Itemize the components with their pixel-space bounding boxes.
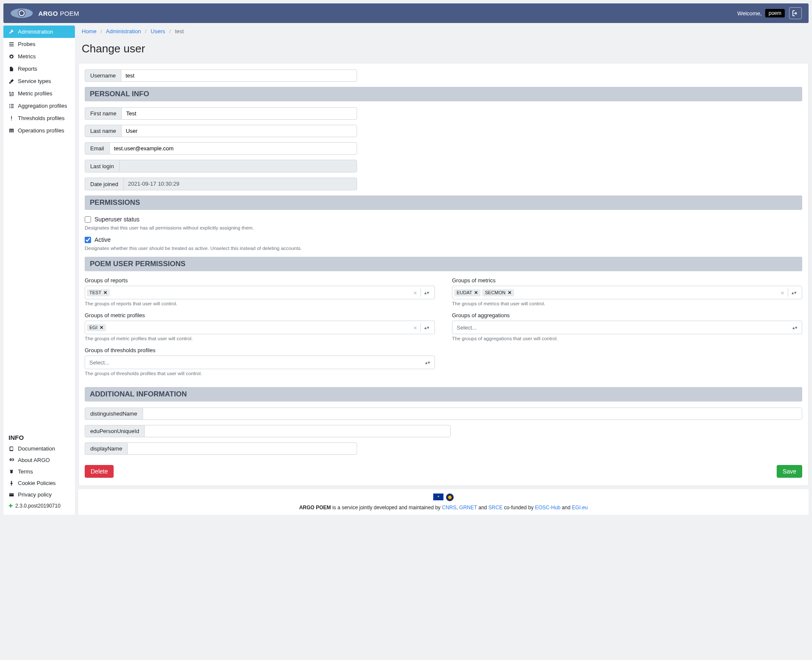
last-name-label: Last name [85, 125, 121, 137]
footer-link-grnet[interactable]: GRNET [459, 505, 477, 511]
remove-chip-icon[interactable]: ✕ [474, 290, 478, 296]
edu-input[interactable] [144, 425, 451, 437]
sidebar-item-label: Metric profiles [18, 90, 52, 97]
sidebar-item-probes[interactable]: Probes [3, 38, 75, 50]
footer-link-eosc[interactable]: EOSC-Hub [535, 505, 560, 511]
sidebar-item-administration[interactable]: Administration [3, 26, 75, 38]
remove-chip-icon[interactable]: ✕ [103, 290, 107, 296]
save-button[interactable]: Save [777, 465, 802, 478]
book-icon [9, 446, 14, 452]
footer-link-egi[interactable]: EGI.eu [572, 505, 588, 511]
superuser-label: Superuser status [94, 216, 140, 223]
footer: ARGO POEM is a service jointly developed… [78, 489, 809, 515]
footer-link-cnrs[interactable]: CNRS [442, 505, 456, 511]
sidebar-item-thresholds-profiles[interactable]: Thresholds profiles [3, 112, 75, 124]
sidebar-item-metric-profiles[interactable]: Metric profiles [3, 87, 75, 100]
groups-aggregations-label: Groups of aggregations [452, 312, 802, 319]
info-item-cookie-policies[interactable]: Cookie Policies [3, 477, 75, 489]
footer-link-srce[interactable]: SRCE [489, 505, 503, 511]
info-item-terms[interactable]: Terms [3, 466, 75, 477]
info-item-privacy-policy[interactable]: Privacy policy [3, 489, 75, 500]
info-item-about-argo[interactable]: About ARGO [3, 454, 75, 466]
clear-icon[interactable]: × [777, 289, 788, 296]
breadcrumb-administration[interactable]: Administration [106, 28, 141, 34]
date-joined-value: 2021-09-17 10:30:29 [123, 178, 357, 190]
display-label: displayName [85, 442, 127, 455]
breadcrumb-users[interactable]: Users [151, 28, 165, 34]
chevron-updown-icon: ▴▾ [425, 360, 430, 365]
breadcrumb: Home / Administration / Users / test [78, 26, 809, 40]
sidebar-info-heading: INFO [3, 430, 75, 443]
logout-button[interactable] [789, 7, 802, 19]
breadcrumb-home[interactable]: Home [82, 28, 97, 34]
superuser-checkbox[interactable] [85, 216, 91, 223]
sidebar: AdministrationProbesMetricsReportsServic… [3, 26, 75, 515]
sidebar-item-operations-profiles[interactable]: Operations profiles [3, 124, 75, 137]
chevron-updown-icon[interactable]: ▴▾ [788, 290, 800, 296]
chevron-updown-icon[interactable]: ▴▾ [421, 325, 433, 330]
email-input[interactable] [109, 142, 357, 155]
current-user-badge: poem [765, 9, 785, 17]
clear-icon[interactable]: × [410, 289, 420, 296]
dn-label: distinguishedName [85, 407, 143, 420]
file-icon [9, 66, 14, 72]
groups-reports-help: The groups of reports that user will con… [85, 301, 435, 306]
sidebar-item-service-types[interactable]: Service types [3, 75, 75, 87]
active-checkbox[interactable] [85, 237, 91, 243]
page-title: Change user [82, 42, 805, 55]
display-input[interactable] [127, 442, 357, 455]
groups-metrics-select[interactable]: EUDAT ✕SECMON ✕ × ▴▾ [452, 286, 802, 299]
highlighter-icon [9, 78, 14, 84]
delete-button[interactable]: Delete [85, 465, 114, 478]
info-item-label: Cookie Policies [18, 480, 56, 486]
sidebar-item-label: Probes [18, 41, 35, 47]
first-name-input[interactable] [121, 107, 357, 120]
info-item-label: Documentation [18, 445, 55, 452]
sidebar-item-label: Operations profiles [18, 127, 64, 134]
edu-label: eduPersonUniqueId [85, 425, 144, 437]
breadcrumb-current: test [175, 28, 184, 34]
section-permissions: PERMISSIONS [85, 195, 802, 210]
cog-icon [9, 54, 14, 60]
remove-chip-icon[interactable]: ✕ [100, 325, 103, 330]
argo-eye-logo-icon [10, 8, 33, 18]
active-label: Active [94, 236, 111, 243]
top-navbar: ARGO POEM Welcome, poem [3, 3, 809, 23]
date-joined-label: Date joined [85, 178, 123, 190]
groups-thresholds-label: Groups of thresholds profiles [85, 347, 435, 353]
sidebar-item-label: Service types [18, 78, 51, 84]
email-label: Email [85, 142, 109, 155]
section-poem-permissions: POEM USER PERMISSIONS [85, 257, 802, 271]
sidebar-item-label: Aggregation profiles [18, 103, 67, 109]
brand-text: ARGO POEM [38, 10, 79, 17]
brand[interactable]: ARGO POEM [10, 8, 79, 18]
eosc-logo-icon [446, 494, 454, 501]
sidebar-item-label: Thresholds profiles [18, 115, 65, 121]
groups-mprofiles-help: The groups of metric profiles that user … [85, 336, 435, 341]
info-item-label: Terms [18, 468, 33, 475]
chevron-updown-icon: ▴▾ [792, 325, 798, 330]
thumbtack-icon [9, 480, 14, 486]
welcome-text: Welcome, [737, 10, 762, 17]
sidebar-item-metrics[interactable]: Metrics [3, 50, 75, 63]
scale-icon [9, 469, 14, 475]
username-input[interactable] [121, 69, 357, 82]
wrench-icon [9, 29, 14, 35]
groups-mprofiles-select[interactable]: EGI ✕ × ▴▾ [85, 321, 435, 334]
sidebar-item-reports[interactable]: Reports [3, 63, 75, 75]
groups-thresholds-select[interactable]: Select... ▴▾ [85, 356, 435, 369]
remove-chip-icon[interactable]: ✕ [508, 290, 512, 296]
last-name-input[interactable] [121, 125, 357, 137]
info-item-documentation[interactable]: Documentation [3, 443, 75, 454]
exclamation-icon [9, 115, 14, 121]
groups-aggregations-select[interactable]: Select... ▴▾ [452, 321, 802, 334]
clear-icon[interactable]: × [410, 324, 420, 331]
section-personal-info: PERSONAL INFO [85, 87, 802, 101]
groups-metrics-label: Groups of metrics [452, 277, 802, 284]
sidebar-item-aggregation-profiles[interactable]: Aggregation profiles [3, 100, 75, 112]
sidebar-item-label: Reports [18, 66, 37, 72]
chevron-updown-icon[interactable]: ▴▾ [421, 290, 433, 296]
dn-input[interactable] [143, 407, 802, 420]
sidebar-item-label: Metrics [18, 53, 36, 60]
groups-reports-select[interactable]: TEST ✕ × ▴▾ [85, 286, 435, 299]
